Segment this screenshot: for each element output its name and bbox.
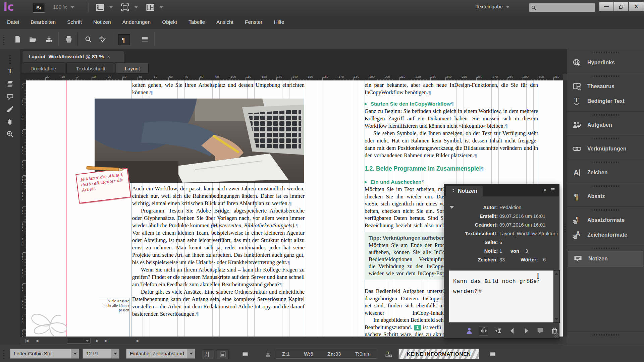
dock-item-aufgaben[interactable]: Aufgaben bbox=[567, 118, 644, 132]
close-tab-icon[interactable]: × bbox=[107, 54, 110, 59]
chevron-down-icon[interactable] bbox=[111, 349, 119, 359]
menu-item-fenster[interactable]: Fenster bbox=[239, 15, 268, 29]
copyfit-menu-button[interactable] bbox=[487, 349, 498, 359]
view-options-button[interactable] bbox=[96, 3, 113, 12]
chevron-down-icon[interactable] bbox=[71, 349, 79, 359]
font-family-select[interactable]: Letter Gothic Std bbox=[10, 349, 79, 359]
menu-item-schrift[interactable]: Schrift bbox=[61, 15, 88, 29]
menu-item-ansicht[interactable]: Ansicht bbox=[211, 15, 239, 29]
menu-item-notizen[interactable]: Notizen bbox=[88, 15, 117, 29]
tab-textabschnitt[interactable]: Textabschnitt bbox=[66, 63, 115, 74]
update-story-button[interactable] bbox=[262, 349, 274, 359]
panel-menu-icon[interactable] bbox=[550, 187, 556, 192]
dock-item-verknuepfungen[interactable]: Verknüpfungen bbox=[567, 141, 644, 156]
position-tool[interactable] bbox=[4, 79, 16, 89]
save-button[interactable] bbox=[43, 34, 55, 45]
dock-grip[interactable] bbox=[593, 334, 619, 336]
print-button[interactable] bbox=[63, 34, 74, 45]
menu-item-objekt[interactable]: Objekt bbox=[156, 15, 183, 29]
tools-grip[interactable] bbox=[9, 54, 11, 64]
group-grip[interactable] bbox=[593, 185, 619, 187]
dock-item-thesaurus[interactable]: Thesaurus bbox=[567, 79, 644, 94]
style-list-button[interactable] bbox=[217, 349, 229, 359]
menu-item-tabelle[interactable]: Tabelle bbox=[183, 15, 211, 29]
hyperlinks-icon bbox=[573, 58, 581, 67]
scrollbar-grip[interactable] bbox=[564, 225, 566, 233]
group-grip[interactable] bbox=[593, 162, 619, 163]
hand-tool[interactable] bbox=[4, 116, 16, 127]
font-size-select[interactable]: 12 Pt bbox=[83, 349, 119, 359]
bridge-button[interactable]: Br bbox=[33, 3, 45, 13]
dock-item-bedingter-text[interactable]: TBedingter Text bbox=[567, 94, 644, 109]
toolbar-menu-button[interactable] bbox=[139, 34, 151, 45]
group-grip[interactable] bbox=[593, 209, 619, 211]
divider bbox=[154, 33, 155, 46]
next-page-button[interactable]: ▶ bbox=[96, 339, 99, 343]
group-grip[interactable] bbox=[593, 138, 619, 139]
group-grip[interactable] bbox=[593, 75, 619, 77]
dock-item-zeichen[interactable]: AZeichen bbox=[567, 165, 644, 180]
zoom-tool[interactable] bbox=[4, 129, 16, 139]
note-scrollbar[interactable] bbox=[553, 270, 559, 322]
document-layout-button[interactable] bbox=[146, 3, 163, 12]
spellcheck-button[interactable]: abc bbox=[97, 34, 109, 45]
notes-panel-tab[interactable]: Notizen bbox=[446, 186, 483, 196]
panel-resize-grip[interactable] bbox=[554, 333, 558, 338]
page-number-field[interactable] bbox=[67, 338, 91, 344]
toolbar-grip[interactable] bbox=[3, 35, 4, 45]
scroll-up-icon[interactable] bbox=[555, 273, 558, 275]
previous-note-button[interactable] bbox=[508, 326, 517, 335]
search-input[interactable] bbox=[536, 5, 591, 10]
find-button[interactable] bbox=[83, 34, 94, 45]
statusbar-grip[interactable] bbox=[3, 349, 4, 359]
line-numbers-button[interactable]: 12 bbox=[202, 349, 214, 359]
restore-button[interactable] bbox=[614, 2, 629, 11]
scroll-left-button[interactable]: ◀ bbox=[136, 339, 138, 343]
close-button[interactable]: X bbox=[629, 2, 644, 11]
vertical-ruler[interactable]: 6 07 08 09 01 0 01 1 01 2 01 3 01 4 01 5… bbox=[20, 80, 26, 337]
go-to-note-anchor-button[interactable] bbox=[479, 326, 488, 336]
first-page-button[interactable]: |◀ bbox=[25, 339, 29, 343]
chevron-down-icon[interactable] bbox=[187, 349, 195, 359]
dock-item-absatz[interactable]: ¶Absatz bbox=[567, 189, 644, 204]
group-grip[interactable] bbox=[593, 52, 619, 53]
screen-mode-button[interactable] bbox=[121, 3, 138, 12]
dock-item-zeichenformate[interactable]: AZeichenformate bbox=[567, 228, 644, 242]
group-grip[interactable] bbox=[593, 114, 619, 116]
new-note-button[interactable] bbox=[536, 326, 545, 335]
tab-druckfahne[interactable]: Druckfahne bbox=[21, 63, 65, 74]
menu-item-datei[interactable]: Datei bbox=[1, 15, 25, 29]
note-tool[interactable] bbox=[4, 92, 16, 102]
statusbar-menu-button[interactable] bbox=[239, 349, 251, 359]
note-text-area[interactable]: Kann das Bild noch größer werden?# I bbox=[449, 270, 560, 323]
dock-item-notizen[interactable]: Notizen bbox=[568, 251, 643, 266]
menu-item-änderungen[interactable]: Änderungen bbox=[117, 15, 156, 29]
scroll-down-icon[interactable] bbox=[555, 318, 558, 320]
document-tab[interactable]: Layout_Workflow.indd @ 81 %× bbox=[22, 51, 124, 62]
collapse-to-icons-button[interactable]: » bbox=[544, 187, 546, 192]
minimize-button[interactable]: — bbox=[599, 2, 614, 11]
eyedropper-tool[interactable] bbox=[4, 104, 16, 115]
group-grip[interactable] bbox=[593, 248, 619, 249]
convert-to-text-button[interactable] bbox=[494, 326, 502, 335]
last-page-button[interactable]: ▶| bbox=[105, 339, 108, 343]
user-color-button[interactable] bbox=[465, 326, 474, 335]
workspace-switcher[interactable]: Texteingabe bbox=[476, 4, 509, 9]
next-note-button[interactable] bbox=[522, 326, 531, 335]
new-document-button[interactable] bbox=[12, 34, 23, 45]
open-button[interactable] bbox=[27, 34, 39, 45]
zoom-level-dropdown[interactable]: 100 % bbox=[53, 4, 74, 10]
previous-page-button[interactable]: ◀ bbox=[36, 339, 38, 343]
search-box[interactable] bbox=[529, 3, 595, 12]
vertical-scrollbar[interactable] bbox=[563, 80, 567, 337]
dock-item-absatzformate[interactable]: ¶Absatzformate bbox=[567, 213, 644, 228]
copyfit-measure-button[interactable]: T bbox=[383, 349, 394, 359]
menu-item-hilfe[interactable]: Hilfe bbox=[268, 15, 290, 29]
menu-item-bearbeiten[interactable]: Bearbeiten bbox=[25, 15, 61, 29]
show-hidden-characters-button[interactable]: ¶ bbox=[118, 34, 130, 45]
type-tool[interactable]: T bbox=[4, 65, 16, 76]
tab-layout[interactable]: Layout bbox=[116, 63, 149, 74]
leading-select[interactable]: Einfacher Zeilenabstand bbox=[126, 349, 195, 359]
horizontal-ruler[interactable]: 2010010203040506070809010011012013014015… bbox=[26, 74, 563, 81]
dock-item-hyperlinks[interactable]: Hyperlinks bbox=[567, 55, 644, 70]
